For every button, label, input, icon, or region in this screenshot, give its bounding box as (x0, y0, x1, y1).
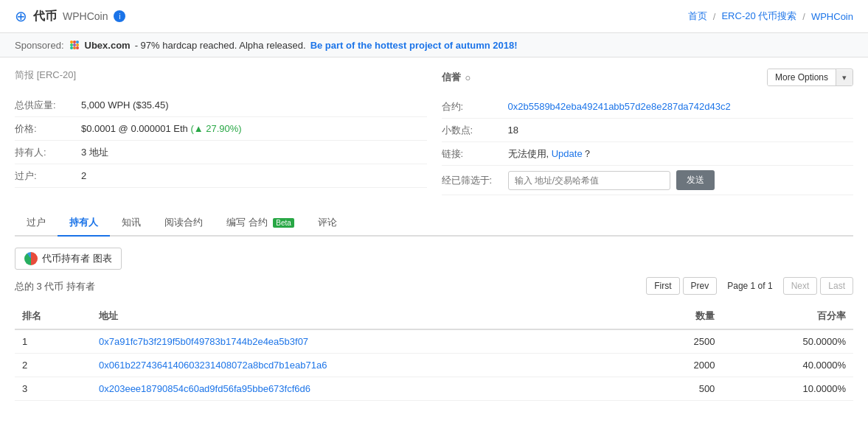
filter-row: 经已筛选于: 发送 (442, 166, 854, 195)
info-icon[interactable]: i (114, 10, 125, 22)
next-page-button[interactable]: Next (783, 277, 818, 295)
right-panel-title: 信誉 ○ (442, 71, 471, 84)
sponsor-site-name: Ubex.com (85, 40, 131, 51)
decimals-value: 18 (508, 125, 518, 136)
price-label: 价格: (15, 122, 81, 136)
link-value: 无法使用, Update？ (508, 147, 592, 161)
holders-table: 排名 地址 数量 百分率 1 0x7a91fc7b3f219f5b0f49783… (15, 304, 853, 401)
breadcrumb-sep2: / (802, 11, 805, 22)
address-link[interactable]: 0x061b2274364140603231408072a8bcd7b1eab7… (99, 360, 327, 371)
logo-text: 代币 (33, 9, 57, 24)
more-options-arrow-icon: ▾ (836, 70, 853, 85)
ubex-logo (69, 39, 80, 51)
breadcrumb-sep1: / (713, 11, 716, 22)
tab-info[interactable]: 知讯 (110, 210, 153, 237)
sponsored-label: Sponsored: (15, 40, 64, 51)
beta-badge: Beta (273, 218, 294, 228)
breadcrumb: 首页 / ERC-20 代币搜索 / WPHCoin (688, 10, 853, 23)
col-address: 地址 (91, 304, 641, 329)
cell-percent: 10.0000% (722, 377, 853, 401)
filter-send-button[interactable]: 发送 (676, 170, 715, 190)
filter-input[interactable] (508, 171, 670, 190)
holders-summary: 总的 3 代币 持有者 (15, 280, 95, 293)
contract-label: 合约: (442, 100, 508, 113)
col-percent: 百分率 (722, 304, 853, 329)
left-panel-title: 简报 [ERC-20] (15, 69, 427, 85)
contract-value: 0x2b5589b42eba49241abb57d2e8e287da742d43… (508, 101, 731, 112)
page-header: ⊕ 代币 WPHCoin i 首页 / ERC-20 代币搜索 / WPHCoi… (0, 0, 868, 33)
pie-chart-icon (24, 252, 38, 265)
tab-bar: 过户 持有人 知讯 阅读合约 编写 合约 Beta 评论 (15, 210, 853, 237)
tab-comments[interactable]: 评论 (306, 210, 349, 237)
left-panel-badge: [ERC-20] (37, 69, 76, 80)
svg-point-7 (73, 46, 76, 49)
tab-holders[interactable]: 持有人 (58, 210, 110, 237)
address-link[interactable]: 0x7a91fc7b3f219f5b0f49783b1744b2e4ea5b3f… (99, 336, 308, 347)
contract-address-link[interactable]: 0x2b5589b42eba49241abb57d2e8e287da742d43… (508, 101, 731, 112)
cell-amount: 500 (641, 377, 723, 401)
holders-section: 代币持有者 图表 总的 3 代币 持有者 First Prev Page 1 o… (15, 248, 853, 401)
supply-value: 5,000 WPH ($35.45) (81, 99, 169, 111)
table-row: 1 0x7a91fc7b3f219f5b0f49783b1744b2e4ea5b… (15, 329, 853, 354)
left-panel: 简报 [ERC-20] 总供应量: 5,000 WPH ($35.45) 价格:… (15, 69, 427, 195)
info-section: 简报 [ERC-20] 总供应量: 5,000 WPH ($35.45) 价格:… (15, 69, 853, 195)
cell-percent: 50.0000% (722, 329, 853, 354)
svg-point-5 (76, 43, 79, 46)
table-row: 2 0x061b2274364140603231408072a8bcd7b1ea… (15, 354, 853, 377)
svg-point-1 (73, 41, 76, 43)
pie-chart-button[interactable]: 代币持有者 图表 (15, 248, 122, 270)
reputation-icon: ○ (465, 72, 471, 83)
filter-label: 经已筛选于: (442, 174, 508, 187)
col-amount: 数量 (641, 304, 723, 329)
decimals-label: 小数点: (442, 124, 508, 137)
col-rank: 排名 (15, 304, 91, 329)
cell-amount: 2000 (641, 354, 723, 377)
transfers-row: 过户: 2 (15, 164, 427, 188)
decimals-row: 小数点: 18 (442, 119, 854, 142)
transfers-label: 过户: (15, 169, 81, 183)
link-row: 链接: 无法使用, Update？ (442, 142, 854, 166)
price-row: 价格: $0.0001 @ 0.000001 Eth (▲ 27.90%) (15, 117, 427, 141)
svg-point-8 (76, 46, 79, 49)
tab-read-contract[interactable]: 阅读合约 (153, 210, 215, 237)
main-content: 简报 [ERC-20] 总供应量: 5,000 WPH ($35.45) 价格:… (0, 57, 868, 412)
more-options-label: More Options (768, 69, 836, 85)
logo-area: ⊕ 代币 WPHCoin i (15, 7, 125, 25)
price-change: (▲ 27.90%) (190, 123, 241, 134)
address-link[interactable]: 0x203eee18790854c60ad9fd56fa95bbe673fcf6… (99, 383, 310, 394)
ubex-icon (69, 39, 80, 51)
right-panel-header: 信誉 ○ More Options ▾ (442, 69, 854, 86)
update-link[interactable]: Update (552, 148, 583, 159)
cell-percent: 40.0000% (722, 354, 853, 377)
svg-point-6 (70, 46, 73, 49)
holders-label: 持有人: (15, 146, 81, 159)
svg-point-3 (70, 43, 73, 46)
right-panel: 信誉 ○ More Options ▾ 合约: 0x2b5589b42eba49… (442, 69, 854, 195)
more-options-button[interactable]: More Options ▾ (767, 69, 853, 86)
svg-point-2 (76, 41, 79, 43)
sponsor-link[interactable]: Be part of the hottest project of autumn… (310, 40, 518, 51)
link-label: 链接: (442, 147, 508, 161)
tab-write-contract[interactable]: 编写 合约 Beta (215, 210, 306, 237)
prev-page-button[interactable]: Prev (683, 277, 718, 295)
contract-row: 合约: 0x2b5589b42eba49241abb57d2e8e287da74… (442, 95, 854, 119)
filter-input-area: 发送 (508, 170, 715, 190)
svg-point-0 (70, 41, 73, 43)
breadcrumb-current[interactable]: WPHCoin (811, 11, 853, 22)
breadcrumb-home[interactable]: 首页 (688, 10, 707, 23)
logo-subtext: WPHCoin (63, 10, 108, 22)
supply-label: 总供应量: (15, 99, 81, 112)
logo-icon: ⊕ (15, 7, 27, 25)
page-info: Page 1 of 1 (720, 278, 780, 294)
tab-transfers[interactable]: 过户 (15, 210, 58, 237)
sponsor-description: - 97% hardcap reached. Alpha released. (135, 40, 306, 51)
table-row: 3 0x203eee18790854c60ad9fd56fa95bbe673fc… (15, 377, 853, 401)
breadcrumb-search[interactable]: ERC-20 代币搜索 (721, 10, 796, 23)
price-value: $0.0001 @ 0.000001 Eth (▲ 27.90%) (81, 123, 242, 134)
first-page-button[interactable]: First (646, 277, 679, 295)
svg-point-4 (73, 43, 76, 46)
last-page-button[interactable]: Last (820, 277, 853, 295)
cell-amount: 2500 (641, 329, 723, 354)
cell-rank: 3 (15, 377, 91, 401)
cell-rank: 1 (15, 329, 91, 354)
